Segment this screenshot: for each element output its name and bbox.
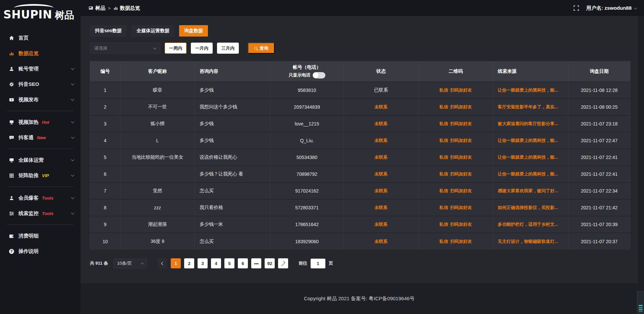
status-badge: 未联系 xyxy=(375,121,388,126)
home-icon xyxy=(9,35,14,41)
qr-link[interactable]: 扫码加好友 xyxy=(450,171,472,177)
qr-link[interactable]: 扫码加好友 xyxy=(450,121,472,127)
search-button[interactable]: 查询 xyxy=(248,43,275,54)
sidebar-item[interactable]: 全媒体运营 xyxy=(0,152,80,168)
next-page-button[interactable] xyxy=(278,258,288,268)
page-size-select[interactable]: 10条/页 xyxy=(113,259,147,268)
cell-source[interactable]: 让你一眼就爱上的黑科技，能... xyxy=(493,149,569,166)
sidebar-item[interactable]: 线索监控Tools xyxy=(0,206,80,221)
column-header: 状态 xyxy=(344,61,419,82)
tab[interactable]: 全媒体运营数据 xyxy=(131,25,174,37)
floating-widget[interactable] xyxy=(637,291,644,313)
sidebar-item[interactable]: 消费明细 xyxy=(0,228,80,244)
cell-content: 说说价格让我死心 xyxy=(195,149,270,166)
qr-link[interactable]: 私信 xyxy=(439,221,448,227)
qr-link[interactable]: 私信 xyxy=(439,138,448,144)
cell-source[interactable]: 如何正确选择投影仪，买投影... xyxy=(493,199,569,216)
cell-source[interactable]: 感谢大家喜欢我家，被问了好... xyxy=(493,182,569,199)
sidebar-item[interactable]: 视频加热Hot xyxy=(0,114,80,130)
sidebar-item[interactable]: 视频发布 xyxy=(0,92,80,107)
cell-source[interactable]: 客厅安装投影半年多了，真实... xyxy=(493,99,569,115)
jump-page-input[interactable] xyxy=(311,259,325,268)
cell-qr: 私信扫码加好友 xyxy=(419,182,493,199)
qr-link[interactable]: 私信 xyxy=(439,87,448,93)
qr-link[interactable]: 私信 xyxy=(439,121,448,127)
jump-label-after: 页 xyxy=(329,260,333,266)
qr-link[interactable]: 扫码加好友 xyxy=(450,138,472,144)
page-number-button[interactable]: 4 xyxy=(211,258,221,268)
question-icon: ? xyxy=(9,249,14,254)
range-button[interactable]: 三月内 xyxy=(217,43,239,54)
sidebar-item[interactable]: 抖音SEO xyxy=(0,76,80,92)
page-number-button[interactable]: 3 xyxy=(198,258,208,268)
fullscreen-icon[interactable] xyxy=(574,5,579,11)
cell-index: 2 xyxy=(90,99,120,115)
cell-nickname: zzz xyxy=(120,199,195,216)
cell-account: 50534380 xyxy=(270,149,344,166)
cell-source[interactable]: 无主灯设计，智能磁吸轨道灯... xyxy=(493,233,569,250)
tab[interactable]: 询盘数据 xyxy=(179,25,208,37)
search-button-label: 查询 xyxy=(260,45,268,51)
sidebar-item[interactable]: ?操作说明 xyxy=(0,244,80,259)
sidebar-item-label: 矩阵助推 xyxy=(18,172,39,179)
qr-link[interactable]: 私信 xyxy=(439,104,448,110)
qr-link[interactable]: 扫码加好友 xyxy=(450,154,472,160)
cell-status: 未联系 xyxy=(344,199,419,216)
prev-page-button[interactable] xyxy=(157,258,167,268)
chevron-down-icon xyxy=(71,98,74,101)
chevron-down-icon xyxy=(71,173,74,177)
page-ellipsis-button[interactable]: ••• xyxy=(251,258,261,268)
page-number-button[interactable]: 92 xyxy=(265,258,275,268)
cell-source[interactable]: 让你一眼就爱上的黑科技，能... xyxy=(493,132,569,149)
chevron-down-icon xyxy=(71,196,74,199)
table-row: 5当地比较能吃的一位美女说说价格让我死心50534380未联系私信扫码加好友让你… xyxy=(90,149,630,166)
sidebar-item[interactable]: 账号管理 xyxy=(0,61,80,76)
page-number-button[interactable]: 5 xyxy=(224,258,234,268)
qr-link[interactable]: 私信 xyxy=(439,239,448,245)
cell-nickname: 不可一世 xyxy=(120,99,195,115)
cell-source[interactable]: 让你一眼就爱上的黑科技，能... xyxy=(493,166,569,182)
user-menu[interactable]: 用户名: zswodun88 xyxy=(586,5,637,11)
sidebar-item-badge: VIP xyxy=(42,173,49,178)
page-number-button[interactable]: 2 xyxy=(184,258,194,268)
grid-icon xyxy=(9,173,14,178)
cell-source[interactable]: 多功能护栏灯，适用于乡村文... xyxy=(493,216,569,233)
page-number-button[interactable]: 6 xyxy=(238,258,248,268)
column-header: 询盘日期 xyxy=(569,61,630,82)
page-size-value: 10条/页 xyxy=(117,260,132,266)
status-badge: 未联系 xyxy=(375,155,388,160)
sidebar-item-badge: Hot xyxy=(42,120,49,125)
qr-link[interactable]: 私信 xyxy=(439,205,448,211)
sidebar-item-label: 抖音SEO xyxy=(18,81,39,88)
range-button[interactable]: 一月内 xyxy=(191,43,213,54)
logo-arc xyxy=(14,4,54,8)
sidebar-item[interactable]: 数据总览 xyxy=(0,46,80,61)
qr-link[interactable]: 扫码加好友 xyxy=(450,239,472,245)
gear-icon xyxy=(9,82,14,87)
qr-link[interactable]: 扫码加好友 xyxy=(450,221,472,227)
cell-source[interactable]: 被大家追着问的客厅投影分享... xyxy=(493,115,569,132)
sidebar-item[interactable]: 会员爆客Tools xyxy=(0,190,80,206)
sidebar-item[interactable]: 抖客通New xyxy=(0,130,80,145)
sidebar-item[interactable]: 矩阵助推VIP xyxy=(0,168,80,183)
app-icon xyxy=(89,6,93,10)
range-button[interactable]: 一周内 xyxy=(165,43,186,54)
qr-link[interactable]: 私信 xyxy=(439,171,448,177)
sidebar-item[interactable]: 首页 xyxy=(0,30,80,46)
cell-status: 未联系 xyxy=(344,216,419,233)
phone-only-toggle[interactable] xyxy=(313,72,325,78)
breadcrumb-item-home[interactable]: 树品 xyxy=(89,5,105,11)
cell-source[interactable]: 让你一眼就爱上的黑科技，能... xyxy=(493,82,569,99)
cell-account: 178651642 xyxy=(270,216,344,233)
qr-link[interactable]: 扫码加好友 xyxy=(450,188,472,194)
qr-link[interactable]: 扫码加好友 xyxy=(450,104,472,110)
column-header-label: 帐号（电话） xyxy=(293,64,321,70)
qr-link[interactable]: 扫码加好友 xyxy=(450,205,472,211)
qr-link[interactable]: 扫码加好友 xyxy=(450,87,472,93)
breadcrumb-item-current[interactable]: 数据总览 xyxy=(113,5,140,11)
qr-link[interactable]: 私信 xyxy=(439,188,448,194)
tab[interactable]: 抖音seo数据 xyxy=(90,25,127,37)
filter-select[interactable]: 请选择 xyxy=(90,43,160,54)
qr-link[interactable]: 私信 xyxy=(439,154,448,160)
page-number-button[interactable]: 1 xyxy=(171,258,181,268)
